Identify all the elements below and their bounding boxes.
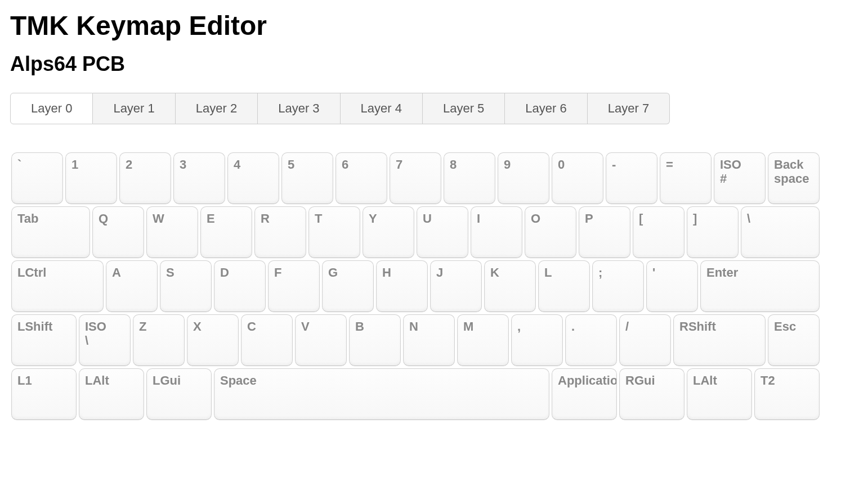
key[interactable]: 7 [390,152,441,204]
key[interactable]: , [511,314,563,366]
key[interactable]: [ [633,206,684,258]
layer-tabs: Layer 0Layer 1Layer 2Layer 3Layer 4Layer… [10,93,858,124]
key[interactable]: M [457,314,509,366]
key[interactable]: ' [646,260,698,312]
tab-layer-4[interactable]: Layer 4 [341,93,423,124]
key[interactable]: LAlt [687,368,752,420]
key[interactable]: C [241,314,293,366]
key[interactable]: LAlt [79,368,144,420]
key[interactable]: 0 [552,152,603,204]
keyboard-layout: `1234567890-=ISO #Back spaceTabQWERTYUIO… [10,151,822,419]
key[interactable]: K [484,260,536,312]
key[interactable]: 2 [119,152,171,204]
tab-layer-5[interactable]: Layer 5 [423,93,505,124]
key[interactable]: 3 [173,152,225,204]
tab-layer-1[interactable]: Layer 1 [93,93,175,124]
key[interactable]: G [322,260,374,312]
key[interactable]: J [430,260,482,312]
key[interactable]: Esc [768,314,820,366]
key[interactable]: A [106,260,158,312]
key[interactable]: W [146,206,198,258]
key[interactable]: LShift [11,314,77,366]
tab-layer-7[interactable]: Layer 7 [588,93,670,124]
key[interactable]: N [403,314,455,366]
key[interactable]: ] [687,206,739,258]
key[interactable]: E [200,206,252,258]
key[interactable]: D [214,260,266,312]
key[interactable]: Tab [11,206,90,258]
key[interactable]: Application [552,368,617,420]
key[interactable]: O [525,206,576,258]
key[interactable]: T2 [754,368,820,420]
key[interactable]: 8 [444,152,495,204]
key[interactable]: 5 [281,152,333,204]
key[interactable]: - [606,152,657,204]
key[interactable]: X [187,314,239,366]
key[interactable]: ; [592,260,644,312]
key[interactable]: ISO \ [79,314,131,366]
key[interactable]: . [565,314,617,366]
key[interactable]: ` [11,152,63,204]
tab-layer-6[interactable]: Layer 6 [505,93,587,124]
key[interactable]: 1 [65,152,117,204]
key[interactable]: Enter [700,260,820,312]
key[interactable]: Z [133,314,185,366]
key[interactable]: F [268,260,320,312]
key[interactable]: T [308,206,360,258]
key[interactable]: L [538,260,590,312]
key[interactable]: \ [741,206,820,258]
key[interactable]: R [254,206,306,258]
tab-layer-2[interactable]: Layer 2 [176,93,258,124]
key[interactable]: Y [363,206,414,258]
key[interactable]: 9 [498,152,549,204]
key[interactable]: RShift [673,314,766,366]
key[interactable]: ISO # [714,152,766,204]
tab-layer-3[interactable]: Layer 3 [258,93,340,124]
key[interactable]: U [417,206,468,258]
key[interactable]: LGui [146,368,212,420]
key[interactable]: = [660,152,712,204]
key[interactable]: I [471,206,522,258]
key[interactable]: S [160,260,212,312]
key[interactable]: L1 [11,368,77,420]
key[interactable]: 4 [227,152,279,204]
keyboard-name: Alps64 PCB [10,52,858,76]
key[interactable]: 6 [335,152,387,204]
key[interactable]: B [349,314,401,366]
key[interactable]: P [579,206,630,258]
key[interactable]: V [295,314,347,366]
key[interactable]: Space [214,368,549,420]
key[interactable]: LCtrl [11,260,104,312]
key[interactable]: / [619,314,671,366]
key[interactable]: H [376,260,428,312]
tab-layer-0[interactable]: Layer 0 [10,93,93,124]
key[interactable]: Q [92,206,144,258]
key[interactable]: Back space [768,152,820,204]
page-title: TMK Keymap Editor [10,10,858,41]
key[interactable]: RGui [619,368,684,420]
